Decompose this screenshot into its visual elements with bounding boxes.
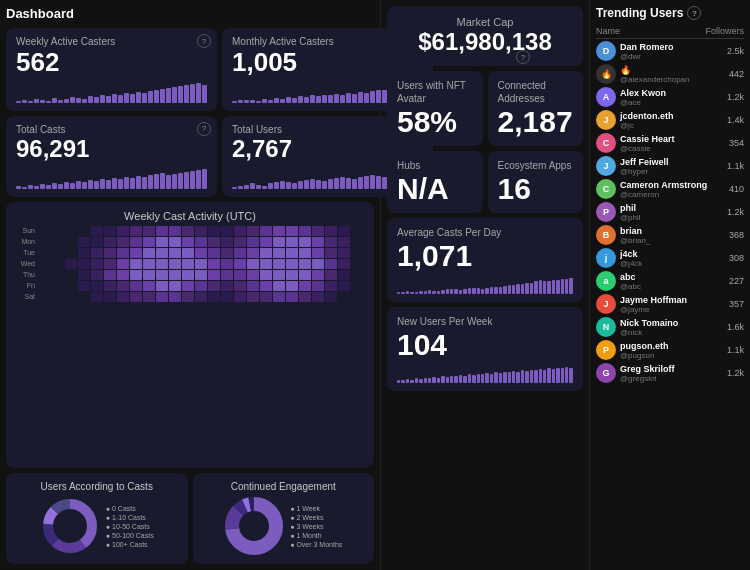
bar — [441, 290, 444, 294]
heatmap-cell — [65, 259, 77, 269]
heatmap-cell — [130, 292, 142, 302]
avatar: 🔥 — [596, 64, 616, 84]
user-followers: 227 — [729, 276, 744, 286]
bar — [244, 185, 249, 189]
user-row[interactable]: 🔥🔥@alexanderchopan442 — [596, 64, 744, 84]
user-row[interactable]: NNick Tomaino@nick1.6k — [596, 317, 744, 337]
bar — [286, 97, 291, 103]
user-name: Nick Tomaino — [620, 318, 723, 328]
bar — [346, 178, 351, 189]
heatmap-cell — [195, 226, 207, 236]
user-row[interactable]: Bbrian@brian_368 — [596, 225, 744, 245]
heatmap-row: Tue — [16, 248, 364, 258]
bar — [70, 97, 75, 103]
bar — [512, 371, 515, 383]
bar — [22, 187, 27, 189]
user-row[interactable]: Jjcdenton.eth@jc1.4k — [596, 110, 744, 130]
user-row[interactable]: Ppugson.eth@pugson1.1k — [596, 340, 744, 360]
bar — [172, 174, 177, 189]
bar — [340, 177, 345, 189]
bar — [406, 291, 409, 294]
user-row[interactable]: DDan Romero@dwr2.5k — [596, 41, 744, 61]
heatmap-cell — [208, 259, 220, 269]
heatmap-cell — [234, 281, 246, 291]
user-followers: 442 — [729, 69, 744, 79]
bar — [437, 378, 440, 383]
bar — [334, 94, 339, 103]
heatmap-cell — [117, 259, 129, 269]
bar — [310, 95, 315, 103]
heatmap-cell — [338, 270, 350, 280]
heatmap-cell — [65, 237, 77, 247]
heatmap-cell — [39, 259, 51, 269]
heatmap-cell — [208, 270, 220, 280]
heatmap-cell — [286, 259, 298, 269]
heatmap-cell — [78, 237, 90, 247]
heatmap-cell — [247, 237, 259, 247]
bar — [292, 98, 297, 103]
bar — [565, 279, 568, 294]
donut-svg — [40, 496, 100, 556]
heatmap-cell — [169, 226, 181, 236]
bar — [322, 181, 327, 189]
heatmap-cell — [156, 281, 168, 291]
engagement-label-1: ● 2 Weeks — [290, 514, 342, 521]
user-info: Jeff Feiwell@hyper — [620, 157, 723, 176]
mid-info-icon[interactable]: ? — [516, 50, 530, 64]
bar — [432, 377, 435, 383]
bar — [376, 176, 381, 189]
user-row[interactable]: GGreg Skriloff@gregskri1.2k — [596, 363, 744, 383]
followers-header: Followers — [705, 26, 744, 36]
heatmap-cell — [104, 281, 116, 291]
user-row[interactable]: JJayme Hoffman@jayme357 — [596, 294, 744, 314]
bar — [512, 285, 515, 294]
user-row[interactable]: AAlex Kwon@ace1.2k — [596, 87, 744, 107]
heatmap-cell — [208, 248, 220, 258]
bar — [370, 91, 375, 103]
bar — [472, 375, 475, 383]
info-icon[interactable]: ? — [687, 6, 701, 20]
user-row[interactable]: JJeff Feiwell@hyper1.1k — [596, 156, 744, 176]
bar — [463, 289, 466, 294]
bar — [401, 292, 404, 294]
bar — [244, 100, 249, 103]
user-row[interactable]: CCassie Heart@cassie354 — [596, 133, 744, 153]
heatmap-cell — [260, 281, 272, 291]
heatmap-cell — [273, 248, 285, 258]
bar — [340, 95, 345, 103]
bar — [547, 281, 550, 294]
info-icon[interactable]: ? — [197, 34, 211, 48]
user-row[interactable]: Pphil@phil1.2k — [596, 202, 744, 222]
heatmap-cell — [156, 259, 168, 269]
top-cards-grid: ? Weekly Active Casters 562 ? Monthly Ac… — [6, 28, 374, 111]
continued-engagement-card: Continued Engagement ● 1 Week ● 2 Weeks … — [193, 473, 375, 564]
heatmap-cell — [299, 237, 311, 247]
heatmap-cell — [143, 237, 155, 247]
bar — [196, 170, 201, 189]
bar — [499, 287, 502, 294]
bar — [437, 291, 440, 294]
user-row[interactable]: jj4ck@j4ck308 — [596, 248, 744, 268]
user-name: Dan Romero — [620, 42, 723, 52]
bar — [516, 372, 519, 383]
heatmap-cell — [169, 292, 181, 302]
user-handle: @gregskri — [620, 374, 723, 383]
heatmap-cell — [208, 281, 220, 291]
heatmap-cell — [130, 281, 142, 291]
user-row[interactable]: aabc@abc227 — [596, 271, 744, 291]
heatmap-cell — [143, 281, 155, 291]
bar — [401, 380, 404, 383]
avatar: J — [596, 294, 616, 314]
users-by-casts-title: Users According to Casts — [16, 481, 178, 492]
user-name: Cassie Heart — [620, 134, 725, 144]
bar — [494, 372, 497, 383]
bar — [232, 101, 237, 103]
avatar: B — [596, 225, 616, 245]
bar — [130, 178, 135, 189]
bar — [406, 379, 409, 383]
info-icon[interactable]: ? — [197, 122, 211, 136]
user-row[interactable]: CCameron Armstrong@cameron410 — [596, 179, 744, 199]
heatmap-cell — [325, 281, 337, 291]
total-casts-bars — [16, 167, 207, 189]
bar — [530, 370, 533, 383]
